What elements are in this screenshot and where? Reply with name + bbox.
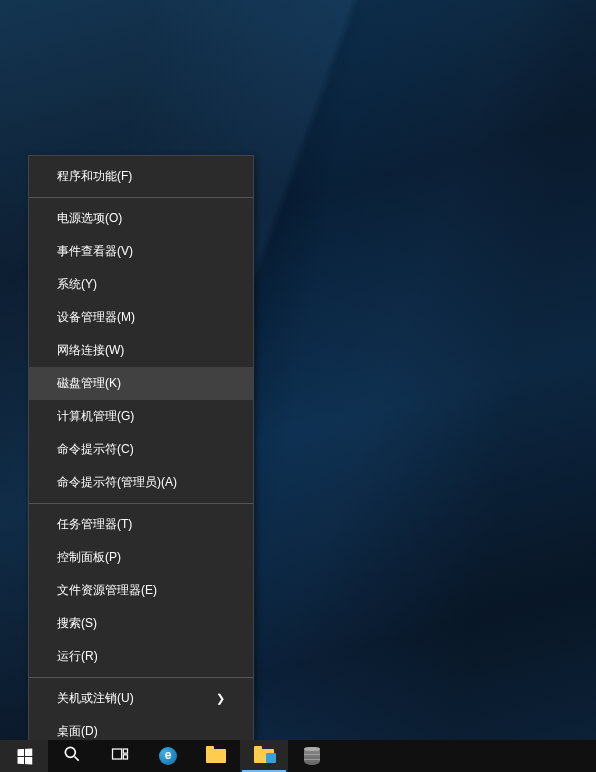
taskbar-services-button[interactable] <box>240 740 288 772</box>
menu-separator <box>29 503 253 504</box>
svg-point-0 <box>65 747 75 757</box>
menu-item-label: 运行(R) <box>57 648 98 665</box>
menu-item-task-manager[interactable]: 任务管理器(T) <box>29 508 253 541</box>
taskbar-file-explorer-button[interactable] <box>192 740 240 772</box>
menu-item-programs-features[interactable]: 程序和功能(F) <box>29 160 253 193</box>
menu-item-control-panel[interactable]: 控制面板(P) <box>29 541 253 574</box>
menu-item-label: 系统(Y) <box>57 276 97 293</box>
winx-context-menu: 程序和功能(F) 电源选项(O) 事件查看器(V) 系统(Y) 设备管理器(M)… <box>28 155 254 753</box>
menu-item-label: 程序和功能(F) <box>57 168 132 185</box>
menu-item-command-prompt[interactable]: 命令提示符(C) <box>29 433 253 466</box>
menu-item-device-manager[interactable]: 设备管理器(M) <box>29 301 253 334</box>
menu-item-label: 磁盘管理(K) <box>57 375 121 392</box>
svg-line-1 <box>75 757 79 761</box>
menu-item-command-prompt-admin[interactable]: 命令提示符(管理员)(A) <box>29 466 253 499</box>
edge-icon <box>159 747 177 765</box>
start-button[interactable] <box>0 740 48 772</box>
svg-rect-3 <box>123 749 127 753</box>
menu-item-system[interactable]: 系统(Y) <box>29 268 253 301</box>
menu-item-search[interactable]: 搜索(S) <box>29 607 253 640</box>
svg-rect-2 <box>113 749 122 759</box>
taskbar-task-view-button[interactable] <box>96 740 144 772</box>
menu-item-label: 网络连接(W) <box>57 342 124 359</box>
menu-item-label: 设备管理器(M) <box>57 309 135 326</box>
menu-separator <box>29 677 253 678</box>
menu-item-label: 命令提示符(C) <box>57 441 134 458</box>
taskbar-edge-button[interactable] <box>144 740 192 772</box>
task-view-icon <box>110 744 130 768</box>
menu-item-power-options[interactable]: 电源选项(O) <box>29 202 253 235</box>
menu-item-label: 电源选项(O) <box>57 210 122 227</box>
taskbar <box>0 740 596 772</box>
search-icon <box>62 744 82 768</box>
menu-item-label: 文件资源管理器(E) <box>57 582 157 599</box>
menu-item-label: 计算机管理(G) <box>57 408 134 425</box>
menu-item-file-explorer[interactable]: 文件资源管理器(E) <box>29 574 253 607</box>
menu-item-disk-management[interactable]: 磁盘管理(K) <box>29 367 253 400</box>
windows-logo-icon <box>17 748 32 764</box>
database-icon <box>304 747 320 765</box>
menu-item-label: 任务管理器(T) <box>57 516 132 533</box>
menu-item-label: 搜索(S) <box>57 615 97 632</box>
menu-item-event-viewer[interactable]: 事件查看器(V) <box>29 235 253 268</box>
menu-item-label: 控制面板(P) <box>57 549 121 566</box>
menu-item-run[interactable]: 运行(R) <box>29 640 253 673</box>
svg-rect-4 <box>123 755 127 759</box>
menu-item-label: 桌面(D) <box>57 723 98 740</box>
menu-item-label: 事件查看器(V) <box>57 243 133 260</box>
menu-item-label: 命令提示符(管理员)(A) <box>57 474 177 491</box>
services-icon <box>254 749 274 763</box>
taskbar-search-button[interactable] <box>48 740 96 772</box>
menu-separator <box>29 197 253 198</box>
chevron-right-icon: ❯ <box>216 692 225 705</box>
menu-item-computer-management[interactable]: 计算机管理(G) <box>29 400 253 433</box>
menu-item-shutdown-signout[interactable]: 关机或注销(U) ❯ <box>29 682 253 715</box>
menu-item-label: 关机或注销(U) <box>57 690 134 707</box>
taskbar-database-button[interactable] <box>288 740 336 772</box>
menu-item-network-connections[interactable]: 网络连接(W) <box>29 334 253 367</box>
folder-icon <box>206 749 226 763</box>
